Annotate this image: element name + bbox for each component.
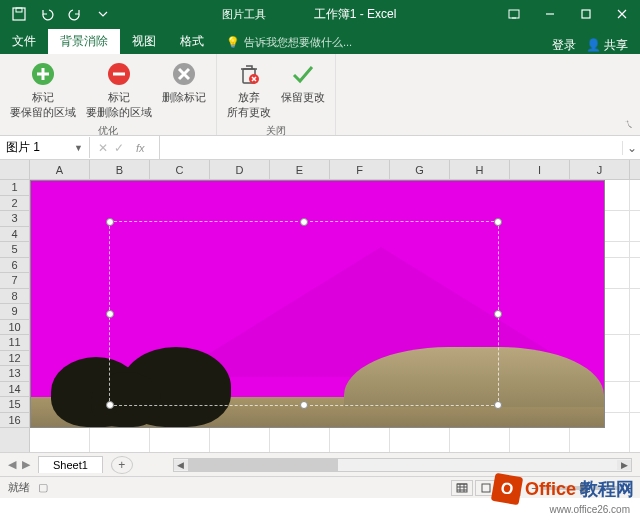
- row-header[interactable]: 7: [0, 273, 29, 289]
- fx-icon[interactable]: fx: [130, 142, 151, 154]
- new-sheet-button[interactable]: +: [111, 456, 133, 474]
- row-header[interactable]: 12: [0, 351, 29, 367]
- row-header[interactable]: 8: [0, 289, 29, 305]
- column-header[interactable]: E: [270, 160, 330, 179]
- svg-rect-2: [509, 10, 519, 18]
- column-header[interactable]: J: [570, 160, 630, 179]
- column-header[interactable]: F: [330, 160, 390, 179]
- row-header[interactable]: 11: [0, 335, 29, 351]
- checkmark-icon: [289, 60, 317, 88]
- resize-handle[interactable]: [106, 218, 114, 226]
- formula-bar[interactable]: [159, 136, 622, 159]
- resize-handle[interactable]: [494, 401, 502, 409]
- save-button[interactable]: [8, 3, 30, 25]
- tab-format[interactable]: 格式: [168, 29, 216, 54]
- ribbon-display-options[interactable]: [496, 0, 532, 28]
- row-headers: 1 2 3 4 5 6 7 8 9 10 11 12 13 14 15 16: [0, 180, 30, 452]
- row-header[interactable]: 6: [0, 258, 29, 274]
- select-all-corner[interactable]: [0, 160, 30, 180]
- column-header[interactable]: G: [390, 160, 450, 179]
- expand-formula-bar-button[interactable]: ⌄: [622, 141, 640, 155]
- row-header[interactable]: 5: [0, 242, 29, 258]
- row-header[interactable]: 10: [0, 320, 29, 336]
- sheet-nav-prev[interactable]: ◀: [8, 458, 16, 471]
- row-header[interactable]: 4: [0, 227, 29, 243]
- sheet-tab[interactable]: Sheet1: [38, 456, 103, 473]
- label: 放弃: [238, 90, 260, 105]
- delete-mark-button[interactable]: 删除标记: [160, 58, 208, 107]
- row-header[interactable]: 16: [0, 413, 29, 429]
- plus-circle-icon: [29, 60, 57, 88]
- worksheet-area: A B C D E F G H I J 1 2 3 4 5 6 7 8 9 10…: [0, 160, 640, 452]
- svg-rect-3: [582, 10, 590, 18]
- lightbulb-icon: 💡: [226, 36, 240, 49]
- label: 删除标记: [162, 90, 206, 105]
- trash-icon: [235, 60, 263, 88]
- row-header[interactable]: 3: [0, 211, 29, 227]
- resize-handle[interactable]: [494, 218, 502, 226]
- column-header[interactable]: C: [150, 160, 210, 179]
- view-normal-button[interactable]: [451, 480, 473, 496]
- column-header[interactable]: A: [30, 160, 90, 179]
- name-box[interactable]: 图片 1 ▼: [0, 137, 90, 158]
- redo-button[interactable]: [64, 3, 86, 25]
- mark-areas-remove-button[interactable]: 标记 要删除的区域: [84, 58, 154, 122]
- discard-changes-button[interactable]: 放弃 所有更改: [225, 58, 273, 122]
- title-bar: 图片工具 工作簿1 - Excel: [0, 0, 640, 28]
- row-header[interactable]: 9: [0, 304, 29, 320]
- column-header[interactable]: D: [210, 160, 270, 179]
- label: 要删除的区域: [86, 105, 152, 120]
- marquee-selection[interactable]: [109, 221, 499, 406]
- inserted-picture[interactable]: [30, 180, 605, 428]
- scroll-right-button[interactable]: ▶: [617, 460, 631, 470]
- column-header[interactable]: I: [510, 160, 570, 179]
- ribbon-group-close: 放弃 所有更改 保留更改 关闭: [217, 54, 336, 135]
- formula-bar-row: 图片 1 ▼ ✕ ✓ fx ⌄: [0, 136, 640, 160]
- label: 保留更改: [281, 90, 325, 105]
- row-header[interactable]: 14: [0, 382, 29, 398]
- resize-handle[interactable]: [106, 310, 114, 318]
- tab-file[interactable]: 文件: [0, 29, 48, 54]
- column-header[interactable]: H: [450, 160, 510, 179]
- scrollbar-thumb[interactable]: [188, 459, 338, 471]
- keep-changes-button[interactable]: 保留更改: [279, 58, 327, 107]
- row-header[interactable]: 15: [0, 397, 29, 413]
- scroll-left-button[interactable]: ◀: [174, 460, 188, 470]
- chevron-down-icon: ▼: [74, 143, 83, 153]
- x-circle-icon: [170, 60, 198, 88]
- row-header[interactable]: 13: [0, 366, 29, 382]
- ribbon: 标记 要保留的区域 标记 要删除的区域 删除标记 优化 放弃 所有更改: [0, 54, 640, 136]
- login-link[interactable]: 登录: [552, 37, 576, 54]
- contextual-tab-label: 图片工具: [214, 5, 274, 24]
- tab-view[interactable]: 视图: [120, 29, 168, 54]
- horizontal-scrollbar[interactable]: ◀ ▶: [173, 458, 632, 472]
- tell-me-search[interactable]: 💡 告诉我您想要做什么...: [216, 31, 552, 54]
- label: 所有更改: [227, 105, 271, 120]
- label: 标记: [32, 90, 54, 105]
- cell-grid[interactable]: [30, 180, 640, 452]
- undo-button[interactable]: [36, 3, 58, 25]
- row-header[interactable]: 2: [0, 196, 29, 212]
- tab-background-removal[interactable]: 背景消除: [48, 29, 120, 54]
- macro-record-icon[interactable]: ▢: [38, 481, 48, 494]
- sheet-nav-next[interactable]: ▶: [22, 458, 30, 471]
- column-header[interactable]: B: [90, 160, 150, 179]
- collapse-ribbon-button[interactable]: ㄟ: [624, 117, 634, 131]
- row-header[interactable]: 1: [0, 180, 29, 196]
- resize-handle[interactable]: [300, 218, 308, 226]
- ribbon-group-refine: 标记 要保留的区域 标记 要删除的区域 删除标记 优化: [0, 54, 217, 135]
- group-label: 优化: [98, 122, 118, 140]
- group-label: 关闭: [266, 122, 286, 140]
- close-button[interactable]: [604, 0, 640, 28]
- enter-formula-button[interactable]: ✓: [114, 141, 124, 155]
- maximize-button[interactable]: [568, 0, 604, 28]
- resize-handle[interactable]: [494, 310, 502, 318]
- mark-areas-keep-button[interactable]: 标记 要保留的区域: [8, 58, 78, 122]
- qat-customize-button[interactable]: [92, 3, 114, 25]
- resize-handle[interactable]: [300, 401, 308, 409]
- watermark-icon: O: [491, 473, 523, 505]
- resize-handle[interactable]: [106, 401, 114, 409]
- share-button[interactable]: 👤 共享: [586, 37, 628, 54]
- cancel-formula-button[interactable]: ✕: [98, 141, 108, 155]
- minimize-button[interactable]: [532, 0, 568, 28]
